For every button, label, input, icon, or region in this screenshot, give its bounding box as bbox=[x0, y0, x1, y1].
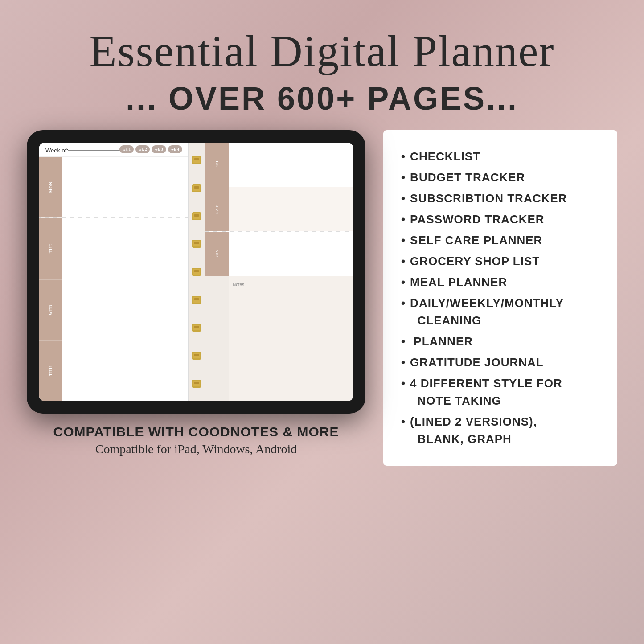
feature-planner: • PLANNER bbox=[401, 331, 599, 352]
subtitle: ... OVER 600+ PAGES... bbox=[89, 80, 554, 117]
mon-content bbox=[62, 157, 188, 217]
planner-right-page: FRI SAT bbox=[205, 143, 353, 401]
tuesday-row: TUE bbox=[39, 218, 188, 279]
ring-7 bbox=[192, 324, 201, 332]
fri-content bbox=[229, 143, 353, 187]
spiral-binding bbox=[189, 143, 205, 401]
feature-password: •PASSWORD TRACKER bbox=[401, 209, 599, 230]
feature-cleaning: •DAILY/WEEKLY/MONTHLY CLEANING bbox=[401, 293, 599, 331]
week-of-underline bbox=[68, 150, 122, 151]
wed-content bbox=[62, 279, 188, 340]
sun-label: SUN bbox=[215, 249, 219, 258]
week-tab-2[interactable]: wk 2 bbox=[135, 145, 150, 153]
sun-content bbox=[229, 232, 353, 276]
bottom-section: COMPATIBLE WITH COODNOTES & MORE Compati… bbox=[27, 414, 365, 470]
ring-3 bbox=[192, 212, 201, 220]
notes-sidebar bbox=[205, 276, 229, 401]
ring-9 bbox=[192, 380, 201, 388]
compat-sub: Compatible for iPad, Windows, Android bbox=[27, 442, 365, 456]
thursday-row: THU bbox=[39, 340, 188, 401]
feature-selfcare: •SELF CARE PLANNER bbox=[401, 230, 599, 251]
tue-label: TUE bbox=[39, 218, 62, 279]
week-tab-3[interactable]: wk 3 bbox=[152, 145, 166, 153]
page-container: Essential Digital Planner ... OVER 600+ … bbox=[0, 0, 644, 644]
ring-4 bbox=[192, 240, 201, 248]
tablet-wrapper: Week of: wk 1 wk 2 wk 3 wk 4 bbox=[27, 130, 365, 470]
wed-label: WED bbox=[39, 279, 62, 340]
ring-8 bbox=[192, 352, 201, 360]
feature-meal: •MEAL PLANNER bbox=[401, 272, 599, 293]
week-of-label: Week of: bbox=[45, 147, 68, 154]
feature-panel: •CHECKLIST •BUDGET TRACKER •SUBSCRIBTION… bbox=[383, 130, 617, 466]
mon-label: MON bbox=[39, 157, 62, 217]
ring-6 bbox=[192, 296, 201, 304]
thu-label: THU bbox=[39, 340, 62, 401]
week-tab-4[interactable]: wk 4 bbox=[168, 145, 182, 153]
tablet-screen: Week of: wk 1 wk 2 wk 3 wk 4 bbox=[39, 143, 353, 401]
sat-label-col: SAT bbox=[205, 187, 229, 231]
days-area: MON TUE WED bbox=[39, 157, 188, 401]
compat-main: COMPATIBLE WITH COODNOTES & MORE bbox=[27, 424, 365, 439]
fri-label: FRI bbox=[215, 160, 219, 169]
sat-content bbox=[229, 187, 353, 231]
right-inner: FRI SAT bbox=[205, 143, 353, 401]
week-of-bar: Week of: wk 1 wk 2 wk 3 wk 4 bbox=[39, 143, 188, 157]
feature-gratitude: •GRATITUDE JOURNAL bbox=[401, 352, 599, 373]
notes-label: Notes bbox=[233, 282, 244, 287]
tue-content bbox=[62, 218, 188, 279]
ring-5 bbox=[192, 268, 201, 276]
saturday-row: SAT bbox=[205, 187, 353, 232]
wednesday-row: WED bbox=[39, 279, 188, 340]
feature-list: •CHECKLIST •BUDGET TRACKER •SUBSCRIBTION… bbox=[401, 146, 599, 450]
sun-label-col: SUN bbox=[205, 232, 229, 276]
ring-2 bbox=[192, 184, 201, 192]
thu-content bbox=[62, 340, 188, 401]
feature-checklist: •CHECKLIST bbox=[401, 146, 599, 167]
header: Essential Digital Planner ... OVER 600+ … bbox=[89, 0, 554, 117]
main-title: Essential Digital Planner bbox=[89, 27, 554, 76]
fri-label-col: FRI bbox=[205, 143, 229, 187]
sat-label: SAT bbox=[215, 205, 219, 214]
week-tabs: wk 1 wk 2 wk 3 wk 4 bbox=[119, 145, 182, 153]
sunday-row: SUN bbox=[205, 232, 353, 276]
ring-1 bbox=[192, 156, 201, 164]
feature-budget: •BUDGET TRACKER bbox=[401, 167, 599, 188]
feature-versions: •(LINED 2 VERSIONS), BLANK, GRAPH bbox=[401, 411, 599, 450]
planner-left-page: Week of: wk 1 wk 2 wk 3 wk 4 bbox=[39, 143, 189, 401]
friday-row: FRI bbox=[205, 143, 353, 187]
feature-subscription: •SUBSCRIBTION TRACKER bbox=[401, 188, 599, 209]
notes-content: Notes bbox=[229, 276, 353, 401]
monday-row: MON bbox=[39, 157, 188, 218]
content-row: Week of: wk 1 wk 2 wk 3 wk 4 bbox=[0, 130, 644, 644]
week-tab-1[interactable]: wk 1 bbox=[119, 145, 134, 153]
feature-styles: •4 DIFFERENT STYLE FOR NOTE TAKING bbox=[401, 373, 599, 411]
tablet-mockup: Week of: wk 1 wk 2 wk 3 wk 4 bbox=[27, 130, 365, 414]
notes-row: Notes bbox=[205, 276, 353, 401]
feature-grocery: •GROCERY SHOP LIST bbox=[401, 251, 599, 272]
